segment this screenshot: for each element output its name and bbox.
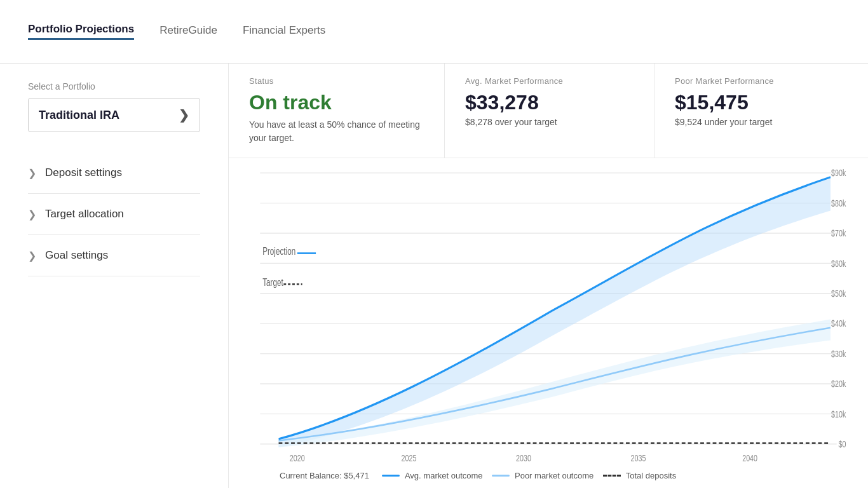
chart-svg-container: $90k $80k $70k $60k $50k $40k $30k $20k … [241,165,855,466]
svg-text:Target: Target [262,276,283,288]
legend-avg-market: Avg. market outcome [382,471,483,480]
right-content: Status On track You have at least a 50% … [229,64,868,488]
status-label: Status [249,76,424,86]
current-balance-label: Current Balance: $5,471 [280,471,369,480]
sidebar-item-target-allocation[interactable]: ❯ Target allocation [28,194,200,235]
poor-market-line-icon [492,475,510,477]
svg-text:2040: 2040 [742,453,757,464]
chart-area: $90k $80k $70k $60k $50k $40k $30k $20k … [229,158,868,488]
on-track-title: On track [249,91,424,114]
sidebar: Select a Portfolio Traditional IRA ❯ ❯ D… [0,64,229,488]
goal-settings-label: Goal settings [45,249,108,262]
avg-market-line-icon [382,475,400,477]
chart-legend: Current Balance: $5,471 Avg. market outc… [241,466,855,488]
select-portfolio-label: Select a Portfolio [28,81,200,92]
avg-market-value: $33,278 [465,91,634,114]
avg-market-sub: $8,278 over your target [465,117,634,127]
svg-text:2035: 2035 [631,453,646,464]
svg-text:Projection: Projection [262,245,295,257]
on-track-description: You have at least a 50% chance of meetin… [249,118,424,145]
poor-market-legend-label: Poor market outcome [515,471,593,480]
portfolio-selector[interactable]: Traditional IRA ❯ [28,98,200,132]
total-deposits-line-icon [603,475,621,477]
sidebar-item-goal-settings[interactable]: ❯ Goal settings [28,235,200,276]
poor-market-label: Poor Market Performance [675,76,848,86]
performance-cards-row: Status On track You have at least a 50% … [229,64,868,158]
projection-chart: $90k $80k $70k $60k $50k $40k $30k $20k … [241,165,855,466]
deposit-settings-label: Deposit settings [45,166,122,179]
legend-total-deposits: Total deposits [603,471,677,480]
portfolio-name: Traditional IRA [39,109,119,122]
legend-poor-market: Poor market outcome [492,471,593,480]
chevron-down-icon: ❯ [179,107,189,123]
svg-text:$0: $0 [838,438,846,449]
chevron-right-icon: ❯ [28,167,36,179]
main-content: Select a Portfolio Traditional IRA ❯ ❯ D… [0,64,868,488]
poor-market-value: $15,475 [675,91,848,114]
avg-market-card: Avg. Market Performance $33,278 $8,278 o… [445,64,654,158]
poor-market-sub: $9,524 under your target [675,117,848,127]
sidebar-item-deposit-settings[interactable]: ❯ Deposit settings [28,152,200,194]
total-deposits-legend-label: Total deposits [626,471,677,480]
chevron-right-icon: ❯ [28,208,36,220]
top-navigation: Portfolio Projections RetireGuide Financ… [0,0,868,64]
svg-text:2030: 2030 [516,453,531,464]
status-card: Status On track You have at least a 50% … [229,64,445,158]
nav-item-retireguide[interactable]: RetireGuide [159,24,217,39]
chevron-right-icon: ❯ [28,250,36,262]
avg-market-legend-label: Avg. market outcome [405,471,483,480]
avg-market-label: Avg. Market Performance [465,76,634,86]
target-allocation-label: Target allocation [45,208,124,220]
svg-text:2020: 2020 [290,453,305,464]
svg-text:2025: 2025 [402,453,417,464]
nav-item-portfolio-projections[interactable]: Portfolio Projections [28,23,134,40]
nav-item-financial-experts[interactable]: Financial Experts [243,24,325,39]
poor-market-card: Poor Market Performance $15,475 $9,524 u… [654,64,868,158]
